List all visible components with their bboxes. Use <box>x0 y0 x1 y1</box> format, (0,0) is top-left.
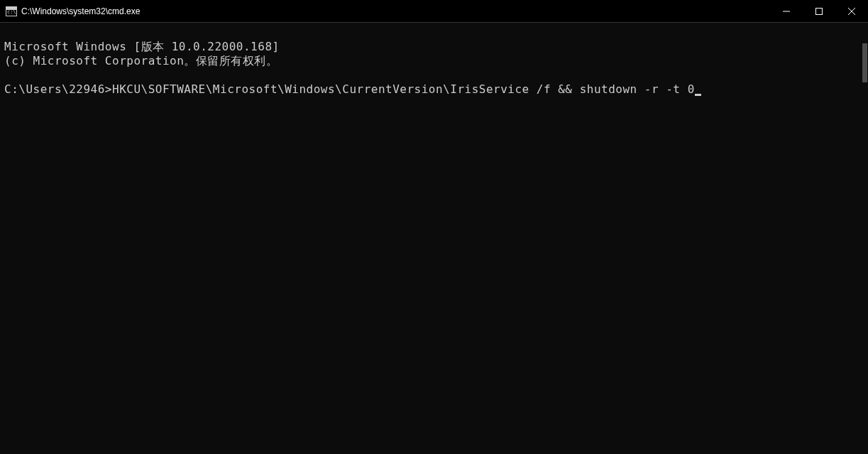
terminal-content[interactable]: Microsoft Windows [版本 10.0.22000.168](c)… <box>0 23 868 454</box>
maximize-icon <box>815 8 823 15</box>
window-title: C:\Windows\system32\cmd.exe <box>21 6 140 16</box>
close-button[interactable] <box>835 0 868 22</box>
scrollbar[interactable] <box>857 23 867 450</box>
terminal-line-version: Microsoft Windows [版本 10.0.22000.168] <box>4 40 864 54</box>
title-bar[interactable]: c:\ C:\Windows\system32\cmd.exe <box>0 0 868 23</box>
minimize-icon <box>783 8 790 15</box>
title-left: c:\ C:\Windows\system32\cmd.exe <box>6 6 140 16</box>
terminal-line-copyright: (c) Microsoft Corporation。保留所有权利。 <box>4 54 864 68</box>
minimize-button[interactable] <box>770 0 803 22</box>
terminal-command: HKCU\SOFTWARE\Microsoft\Windows\CurrentV… <box>112 82 695 96</box>
close-icon <box>848 8 855 15</box>
maximize-button[interactable] <box>803 0 835 22</box>
scrollbar-thumb[interactable] <box>862 43 867 82</box>
terminal-command-line: C:\Users\22946>HKCU\SOFTWARE\Microsoft\W… <box>4 82 864 97</box>
window-controls <box>770 0 868 22</box>
terminal-cursor <box>695 94 701 96</box>
svg-rect-1 <box>816 8 823 14</box>
cmd-icon: c:\ <box>6 6 17 16</box>
terminal-prompt: C:\Users\22946> <box>4 82 112 96</box>
